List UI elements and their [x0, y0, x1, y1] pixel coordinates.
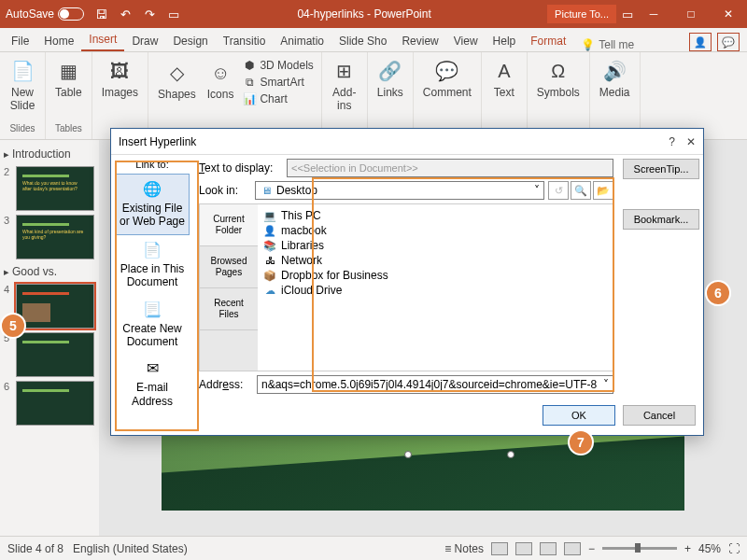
zoom-slider[interactable] [602, 547, 677, 550]
images-button[interactable]: 🖼Images [98, 56, 142, 101]
3d-models-button[interactable]: ⬢3D Models [241, 58, 315, 73]
comment-button[interactable]: 💬Comment [419, 56, 475, 101]
slide-counter[interactable]: Slide 4 of 8 [7, 542, 63, 555]
callout-7: 7 [568, 429, 594, 455]
undo-icon[interactable]: ↶ [118, 7, 133, 21]
language[interactable]: English (United States) [73, 542, 188, 555]
list-item[interactable]: ☁iCloud Drive [261, 283, 609, 298]
browse-tab-current[interactable]: Current Folder [200, 204, 258, 246]
browse-list[interactable]: 💻This PC 👤macbook 📚Libraries 🖧Network 📦D… [258, 204, 613, 371]
tab-help[interactable]: Help [486, 31, 524, 51]
screentip-button[interactable]: ScreenTip... [623, 159, 699, 179]
list-item[interactable]: 📚Libraries [261, 238, 609, 253]
tab-design[interactable]: Design [165, 31, 215, 51]
thumb-6[interactable] [16, 381, 94, 426]
tab-view[interactable]: View [446, 31, 486, 51]
linkto-create-new[interactable]: 📃Create New Document [115, 295, 190, 355]
bulb-icon: 💡 [581, 38, 595, 51]
notes-button[interactable]: ≡ Notes [444, 542, 484, 555]
tab-home[interactable]: Home [36, 31, 81, 51]
thumb-2[interactable]: What do you want to knowafter today's pr… [16, 166, 94, 211]
fit-to-window-icon[interactable]: ⛶ [728, 542, 740, 555]
media-button[interactable]: 🔊Media [596, 56, 634, 101]
links-icon: 🔗 [377, 58, 403, 84]
shapes-button[interactable]: ◇Shapes [154, 58, 200, 103]
cancel-button[interactable]: Cancel [623, 405, 696, 426]
section-good[interactable]: ▸ Good vs. [4, 263, 95, 280]
tab-animations[interactable]: Animatio [273, 31, 331, 51]
share-button[interactable]: 👤 [689, 33, 712, 51]
browse-tab-recent[interactable]: Recent Files [200, 288, 258, 330]
linkto-existing-file[interactable]: 🌐Existing File or Web Page [115, 174, 190, 235]
linkto-place-in-doc[interactable]: 📄Place in This Document [115, 235, 190, 295]
tab-transitions[interactable]: Transitio [216, 31, 274, 51]
table-button[interactable]: ▦Table [51, 56, 86, 101]
tab-review[interactable]: Review [394, 31, 445, 51]
help-button[interactable]: ? [669, 135, 675, 148]
start-from-beginning-icon[interactable]: ▭ [166, 7, 181, 21]
linkto-email[interactable]: ✉E-mail Address [115, 354, 190, 413]
addins-button[interactable]: ⊞Add- ins [328, 56, 361, 114]
normal-view-button[interactable] [491, 542, 508, 555]
text-button[interactable]: AText [487, 56, 521, 101]
chart-icon: 📊 [243, 92, 256, 105]
icons-button[interactable]: ☺Icons [204, 58, 238, 103]
context-tab[interactable]: Picture To... [547, 5, 616, 23]
browse-tab-browsed[interactable]: Browsed Pages [200, 246, 258, 288]
ribbon-options-icon[interactable]: ▭ [620, 7, 635, 21]
tab-insert[interactable]: Insert [81, 29, 124, 51]
section-intro[interactable]: ▸ Introduction [4, 146, 95, 162]
new-slide-button[interactable]: 📄New Slide [6, 56, 39, 114]
address-input[interactable]: n&aqs=chrome.5.0j69i57j0l4.4914j0j7&sour… [257, 375, 613, 394]
thumb-3[interactable]: What kind of presentation areyou giving? [16, 215, 94, 259]
symbols-icon: Ω [545, 58, 571, 84]
list-item[interactable]: 📦Dropbox for Business [261, 268, 609, 283]
symbols-button[interactable]: ΩSymbols [533, 56, 584, 101]
autosave-toggle[interactable]: AutoSave [6, 7, 84, 21]
browse-file-button[interactable]: 📂 [593, 181, 613, 200]
addins-icon: ⊞ [331, 58, 358, 84]
tab-draw[interactable]: Draw [124, 31, 165, 51]
comment-icon: 💬 [434, 58, 460, 84]
text-to-display-label: Text to display: [199, 161, 281, 175]
sorter-view-button[interactable] [515, 542, 532, 555]
list-item[interactable]: 💻This PC [261, 208, 609, 223]
save-icon[interactable]: 🖫 [93, 7, 108, 21]
list-item[interactable]: 🖧Network [261, 253, 609, 268]
up-folder-button[interactable]: ↺ [548, 181, 569, 200]
zoom-in[interactable]: + [684, 542, 691, 555]
minimize-button[interactable]: ─ [635, 0, 672, 28]
libraries-icon: 📚 [263, 239, 276, 252]
zoom-out[interactable]: − [588, 542, 595, 555]
zoom-level[interactable]: 45% [698, 542, 721, 555]
pc-icon: 💻 [263, 209, 276, 222]
3d-icon: ⬢ [243, 59, 256, 72]
thumb-5[interactable] [16, 332, 94, 377]
links-button[interactable]: 🔗Links [374, 56, 407, 101]
reading-view-button[interactable] [540, 542, 557, 555]
look-in-select[interactable]: 🖥 Desktop ˅ [255, 181, 544, 200]
browse-web-button[interactable]: 🔍 [571, 181, 591, 200]
tab-file[interactable]: File [4, 31, 36, 51]
list-item[interactable]: 👤macbook [261, 223, 609, 238]
chart-button[interactable]: 📊Chart [241, 91, 315, 106]
slideshow-view-button[interactable] [564, 542, 581, 555]
address-label: Address: [199, 378, 251, 391]
quick-access-toolbar: 🖫 ↶ ↷ ▭ [93, 7, 181, 21]
redo-icon[interactable]: ↷ [142, 7, 157, 21]
tab-format[interactable]: Format [523, 31, 573, 51]
email-icon: ✉ [141, 359, 163, 378]
close-button[interactable]: ✕ [710, 0, 747, 28]
bookmark-button[interactable]: Bookmark... [623, 209, 699, 230]
callout-6: 6 [705, 280, 731, 306]
thumb-4[interactable] [16, 284, 94, 329]
media-icon: 🔊 [601, 58, 627, 84]
smartart-button[interactable]: ⧉SmartArt [241, 75, 315, 90]
maximize-button[interactable]: □ [672, 0, 710, 28]
dialog-close-button[interactable]: ✕ [686, 135, 696, 148]
ok-button[interactable]: OK [543, 405, 615, 426]
comments-button[interactable]: 💬 [717, 33, 740, 51]
tab-slideshow[interactable]: Slide Sho [331, 31, 394, 51]
tell-me-search[interactable]: 💡Tell me [581, 38, 634, 51]
icloud-icon: ☁ [263, 284, 276, 297]
